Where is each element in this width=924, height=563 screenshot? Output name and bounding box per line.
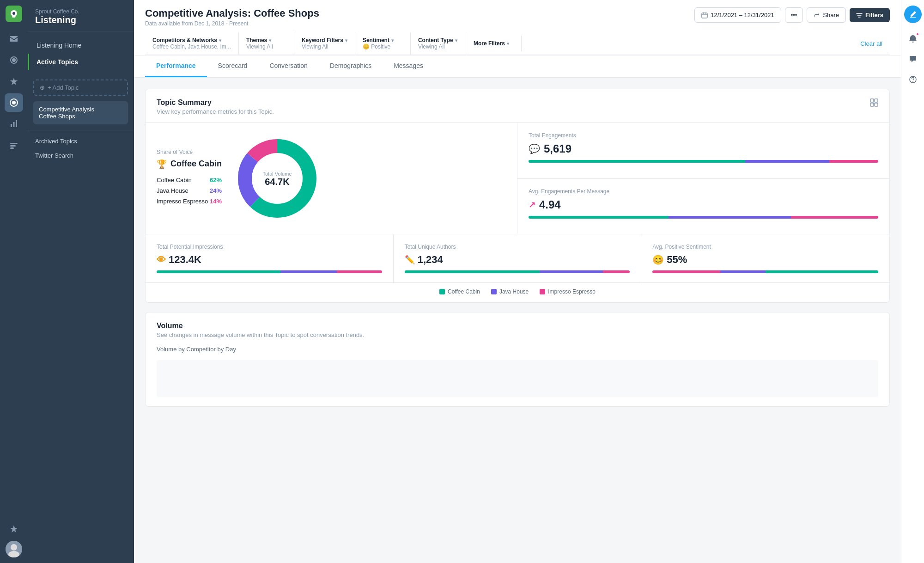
legend-impresso: Impresso Espresso bbox=[540, 288, 596, 295]
topic-label: Competitive AnalysisCoffee Shops bbox=[39, 106, 94, 120]
compose-button[interactable] bbox=[904, 6, 922, 23]
tab-conversation[interactable]: Conversation bbox=[258, 55, 319, 77]
java-house-pct: 24% bbox=[210, 187, 222, 194]
header-title-area: Competitive Analysis: Coffee Shops Data … bbox=[145, 7, 319, 27]
engagements-value: 5,619 bbox=[544, 142, 571, 155]
svg-rect-6 bbox=[10, 143, 18, 144]
sidebar-item-twitter-search[interactable]: Twitter Search bbox=[28, 148, 134, 163]
tab-messages[interactable]: Messages bbox=[383, 55, 434, 77]
volume-title: Volume bbox=[157, 322, 364, 330]
legend-dot-java-house bbox=[491, 289, 497, 294]
share-icon bbox=[814, 12, 820, 18]
keyword-value: Viewing All bbox=[302, 43, 347, 50]
notification-badge bbox=[916, 32, 919, 36]
star-icon[interactable] bbox=[5, 520, 23, 538]
volume-card-header: Volume See changes in message volume wit… bbox=[146, 312, 889, 346]
user-avatar[interactable] bbox=[6, 541, 22, 557]
app-logo[interactable] bbox=[6, 6, 22, 22]
header-actions: 12/1/2021 – 12/31/2021 ••• Share Filters bbox=[694, 7, 890, 23]
svg-rect-7 bbox=[10, 145, 16, 147]
svg-rect-5 bbox=[16, 120, 17, 127]
tab-demographics[interactable]: Demographics bbox=[319, 55, 383, 77]
legend-dot-impresso bbox=[540, 289, 545, 294]
more-button[interactable]: ••• bbox=[785, 7, 803, 23]
svg-point-24 bbox=[912, 81, 913, 82]
svg-rect-3 bbox=[11, 124, 12, 127]
svg-rect-14 bbox=[875, 99, 878, 102]
filter-competitors[interactable]: Competitors & Networks ▾ Coffee Cabin, J… bbox=[145, 32, 239, 55]
tab-scorecard[interactable]: Scorecard bbox=[207, 55, 259, 77]
sidebar: Sprout Coffee Co. Listening Listening Ho… bbox=[28, 0, 134, 563]
right-bar bbox=[901, 0, 924, 563]
content-type-value: Viewing All bbox=[418, 43, 458, 50]
svg-point-0 bbox=[12, 12, 15, 15]
impressions-value: 123.4K bbox=[169, 254, 201, 266]
topic-summary-card: Topic Summary View key performance metri… bbox=[145, 89, 890, 303]
donut-svg: Total Volume 64.7K bbox=[231, 132, 323, 225]
filter-bar: Competitors & Networks ▾ Coffee Cabin, J… bbox=[145, 32, 890, 55]
sidebar-item-active-topics[interactable]: Active Topics bbox=[28, 54, 134, 70]
competitors-value: Coffee Cabin, Java House, Im... bbox=[152, 43, 231, 50]
engagements-bar bbox=[529, 160, 878, 163]
clear-all-button[interactable]: Clear all bbox=[853, 36, 890, 52]
filter-more[interactable]: More Filters ▾ bbox=[466, 36, 522, 51]
date-range-button[interactable]: 12/1/2021 – 12/31/2021 bbox=[694, 7, 781, 23]
notifications-button[interactable] bbox=[905, 31, 921, 47]
filter-themes[interactable]: Themes ▾ Viewing All bbox=[239, 32, 294, 55]
trophy-icon: 🏆 bbox=[157, 159, 167, 169]
inbox-icon[interactable] bbox=[5, 30, 23, 48]
filter-keyword[interactable]: Keyword Filters ▾ Viewing All bbox=[294, 32, 355, 55]
legend-java-house: Java House bbox=[491, 288, 529, 295]
card-header: Topic Summary View key performance metri… bbox=[146, 89, 889, 122]
sidebar-item-archived-topics[interactable]: Archived Topics bbox=[28, 134, 134, 148]
sov-section: Share of Voice 🏆 Coffee Cabin Coffee Cab… bbox=[146, 123, 517, 234]
coffee-cabin-pct: 62% bbox=[210, 177, 222, 184]
table-view-icon[interactable] bbox=[870, 98, 878, 109]
sov-winner: 🏆 Coffee Cabin bbox=[157, 159, 222, 169]
volume-by-label: Volume by Competitor by Day bbox=[146, 346, 889, 360]
filter-content-type[interactable]: Content Type ▾ Viewing All bbox=[411, 32, 466, 55]
topic-item-competitive-analysis[interactable]: Competitive AnalysisCoffee Shops bbox=[33, 101, 128, 124]
chat-bubble-icon: 💬 bbox=[529, 143, 540, 154]
listen-icon[interactable] bbox=[5, 93, 23, 112]
sentiment-value: 😊 Positive bbox=[363, 43, 403, 50]
page-subtitle: Data available from Dec 1, 2018 - Presen… bbox=[145, 20, 319, 27]
speech-button[interactable] bbox=[905, 51, 921, 67]
sidebar-item-listening-home[interactable]: Listening Home bbox=[28, 37, 134, 54]
volume-chart-placeholder bbox=[157, 360, 878, 397]
share-button[interactable]: Share bbox=[807, 7, 846, 23]
sidebar-divider bbox=[28, 130, 134, 130]
filter-sentiment[interactable]: Sentiment ▾ 😊 Positive bbox=[355, 32, 411, 55]
chevron-down-icon: ▾ bbox=[219, 38, 221, 43]
sov-data: Share of Voice 🏆 Coffee Cabin Coffee Cab… bbox=[157, 149, 222, 208]
svg-text:64.7K: 64.7K bbox=[265, 177, 290, 187]
help-button[interactable] bbox=[905, 71, 921, 88]
sentiment-emoji-icon: 😊 bbox=[652, 254, 664, 265]
chevron-down-icon: ▾ bbox=[391, 38, 394, 43]
calendar-icon bbox=[701, 12, 708, 18]
tab-performance[interactable]: Performance bbox=[145, 55, 207, 77]
chevron-down-icon: ▾ bbox=[345, 38, 347, 43]
sidebar-nav: Listening Home Active Topics bbox=[28, 31, 134, 76]
sentiment-stat: Avg. Positive Sentiment 😊 55% bbox=[641, 234, 889, 282]
automation-icon[interactable] bbox=[5, 136, 23, 154]
filters-button[interactable]: Filters bbox=[850, 8, 890, 22]
filters-label: Filters bbox=[865, 12, 883, 18]
chart-legend: Coffee Cabin Java House Impresso Espress… bbox=[146, 282, 889, 302]
svg-point-10 bbox=[11, 544, 17, 551]
authors-stat: Total Unique Authors ✏️ 1,234 bbox=[394, 234, 642, 282]
chevron-down-icon: ▾ bbox=[455, 38, 457, 43]
reports-icon[interactable] bbox=[5, 115, 23, 133]
add-topic-button[interactable]: ⊕ + Add Topic bbox=[33, 80, 128, 96]
authors-bar bbox=[405, 270, 630, 273]
sidebar-header: Sprout Coffee Co. Listening bbox=[28, 0, 134, 31]
chevron-down-icon: ▾ bbox=[269, 38, 271, 43]
sov-row-java-house: Java House 24% bbox=[157, 187, 222, 194]
legend-dot-coffee-cabin bbox=[439, 289, 445, 294]
mentions-icon[interactable] bbox=[5, 51, 23, 69]
svg-rect-12 bbox=[702, 13, 707, 18]
impresso-pct: 14% bbox=[210, 198, 222, 205]
pin-icon[interactable] bbox=[5, 72, 23, 91]
avg-eng-value: 4.94 bbox=[539, 198, 561, 211]
sov-label: Share of Voice bbox=[157, 149, 222, 155]
